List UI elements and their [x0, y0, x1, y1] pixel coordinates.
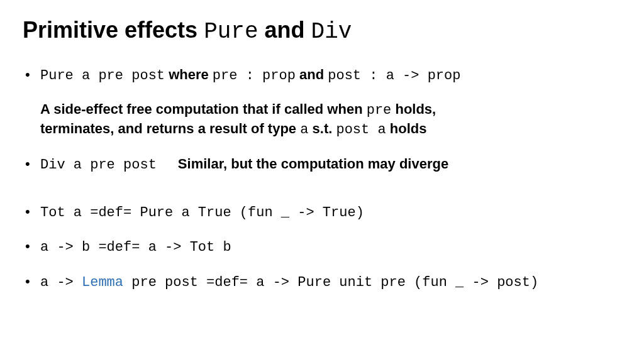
slide: Primitive effects Pure and Div Pure a pr… [0, 0, 644, 362]
pure-pre-type: pre : prop [213, 68, 296, 84]
bullet-lemma: a -> Lemma pre post =def= a -> Pure unit… [23, 273, 621, 292]
title-and: and [258, 17, 311, 43]
pure-desc-pre-code: pre [367, 102, 392, 118]
bullet-div: Div a pre postSimilar, but the computati… [23, 155, 621, 174]
bullet-pure: Pure a pre post where pre : prop and pos… [23, 66, 621, 140]
bullet-tot: Tot a =def= Pure a True (fun _ -> True) [23, 203, 621, 222]
pure-desc-2c: holds [386, 121, 427, 136]
pure-desc-2a: terminates, and returns a result of type [40, 121, 300, 136]
lemma-pre: a -> [40, 275, 82, 290]
title-code-div: Div [311, 19, 352, 45]
arrow-definition: a -> b =def= a -> Tot b [40, 239, 231, 255]
pure-where: where [165, 67, 213, 82]
pure-desc-a-code: a [300, 122, 308, 138]
div-signature: Div a pre post [40, 157, 157, 173]
pure-description: A side-effect free computation that if c… [40, 101, 621, 139]
slide-title: Primitive effects Pure and Div [23, 18, 621, 45]
bullet-arrow: a -> b =def= a -> Tot b [23, 238, 621, 256]
title-prefix: Primitive effects [23, 17, 204, 43]
pure-and: and [296, 67, 328, 82]
pure-post-type: post : a -> prop [328, 68, 460, 84]
pure-desc-2b: s.t. [308, 121, 336, 136]
lemma-keyword: Lemma [82, 275, 123, 290]
lemma-post: pre post =def= a -> Pure unit pre (fun _… [123, 275, 538, 290]
bullet-list: Pure a pre post where pre : prop and pos… [23, 66, 621, 292]
pure-desc-1b: holds, [391, 101, 436, 117]
title-code-pure: Pure [204, 19, 258, 45]
div-note: Similar, but the computation may diverge [178, 156, 448, 172]
pure-desc-post-code: post a [336, 122, 386, 138]
pure-desc-1a: A side-effect free computation that if c… [40, 101, 367, 117]
tot-definition: Tot a =def= Pure a True (fun _ -> True) [40, 205, 364, 221]
pure-signature: Pure a pre post [40, 68, 165, 84]
